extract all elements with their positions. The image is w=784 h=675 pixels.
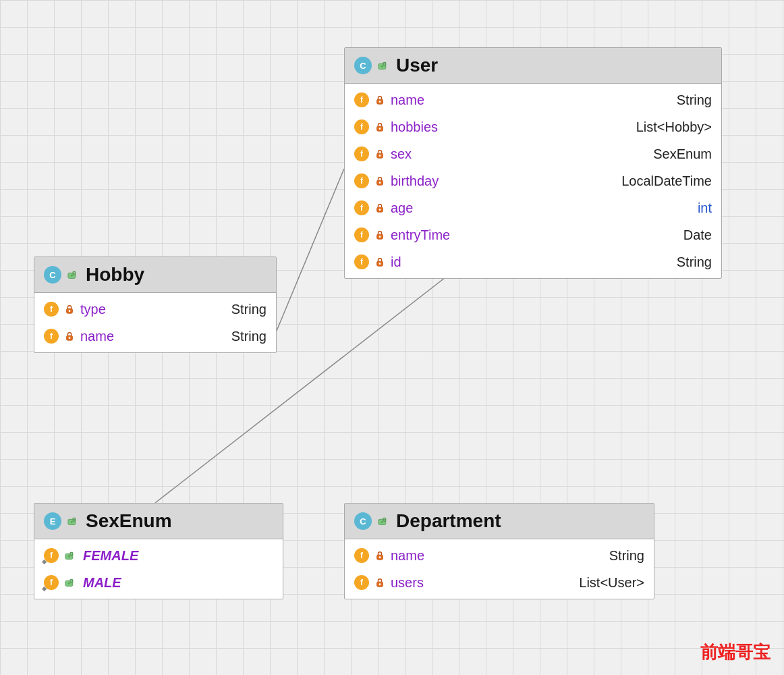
- user-name-field: name: [391, 92, 671, 108]
- svg-point-34: [68, 583, 70, 585]
- user-field-hobbies: f hobbies List<Hobby>: [345, 113, 721, 140]
- svg-point-23: [379, 236, 381, 238]
- hobby-field-type: f type String: [34, 296, 276, 323]
- user-field-sex: f sex SexEnum: [345, 140, 721, 167]
- hobby-key-icon: [67, 268, 80, 281]
- sexenum-rows: f ◆ FEMALE f ◆: [34, 539, 283, 599]
- user-key-icon: [377, 59, 391, 72]
- department-title: Department: [396, 510, 501, 532]
- user-badge: C: [354, 57, 372, 74]
- department-header: C Department: [345, 504, 654, 539]
- department-name-lock: [374, 550, 385, 561]
- department-field-name: f name String: [345, 542, 654, 569]
- user-field-birthday: f birthday LocalDateTime: [345, 167, 721, 194]
- sexenum-female-key: [64, 549, 78, 562]
- svg-point-21: [379, 209, 381, 211]
- department-users-lock: [374, 577, 385, 588]
- user-sex-field: sex: [391, 146, 648, 162]
- user-entrytime-field: entryTime: [391, 227, 678, 243]
- sexenum-female-name: FEMALE: [83, 548, 273, 564]
- svg-point-6: [69, 310, 71, 312]
- user-birthday-type: LocalDateTime: [621, 173, 712, 189]
- department-badge: C: [354, 512, 372, 530]
- department-name-field: name: [391, 548, 604, 564]
- hobby-type-name: type: [80, 302, 226, 317]
- user-header: C User: [345, 48, 721, 84]
- svg-point-19: [379, 182, 381, 184]
- sexenum-male-name: MALE: [83, 575, 273, 591]
- user-id-badge: f: [354, 254, 369, 269]
- sexenum-female-row: f ◆ FEMALE: [34, 542, 283, 569]
- sexenum-male-key: [64, 576, 78, 589]
- department-rows: f name String f: [345, 539, 654, 599]
- hobby-type-type: String: [231, 302, 267, 317]
- svg-point-17: [379, 155, 381, 157]
- sexenum-male-badge: f ◆: [44, 575, 59, 590]
- user-sex-type: SexEnum: [653, 146, 712, 162]
- user-id-lock: [374, 256, 385, 267]
- svg-point-25: [379, 263, 381, 265]
- department-users-field: users: [391, 575, 573, 591]
- user-title: User: [396, 55, 438, 76]
- hobby-title: Hobby: [86, 264, 144, 286]
- user-entrytime-lock: [374, 230, 385, 240]
- user-rows: f name String f: [345, 84, 721, 278]
- user-hobbies-badge: f: [354, 119, 369, 134]
- hobby-name-lock: [64, 331, 75, 342]
- user-field-entrytime: f entryTime Date: [345, 221, 721, 248]
- user-id-type: String: [677, 254, 712, 270]
- hobby-entity: C Hobby f: [34, 256, 277, 353]
- user-name-lock: [374, 94, 385, 105]
- user-sex-lock: [374, 148, 385, 159]
- user-birthday-field: birthday: [391, 173, 616, 189]
- department-name-type: String: [609, 548, 644, 564]
- sexenum-female-badge: f ◆: [44, 548, 59, 563]
- hobby-rows: f type String f: [34, 293, 276, 352]
- user-entrytime-type: Date: [683, 227, 712, 243]
- department-field-users: f users List<User>: [345, 569, 654, 596]
- sexenum-key-icon: [67, 514, 80, 528]
- watermark: 前端哥宝: [700, 641, 771, 664]
- user-name-type: String: [677, 92, 712, 108]
- user-age-badge: f: [354, 200, 369, 215]
- sexenum-male-row: f ◆ MALE: [34, 569, 283, 596]
- department-users-badge: f: [354, 575, 369, 590]
- user-hobbies-type: List<Hobby>: [636, 119, 712, 135]
- hobby-badge: C: [44, 266, 61, 284]
- svg-point-31: [68, 556, 70, 558]
- hobby-type-lock: [64, 304, 75, 315]
- user-age-field: age: [391, 200, 692, 216]
- sexenum-entity: E SexEnum f ◆: [34, 503, 283, 599]
- svg-point-4: [71, 275, 73, 277]
- svg-point-8: [69, 337, 71, 339]
- svg-point-39: [379, 556, 381, 558]
- user-id-field: id: [391, 254, 671, 270]
- svg-point-37: [381, 521, 383, 523]
- user-field-id: f id String: [345, 248, 721, 275]
- user-birthday-lock: [374, 176, 385, 186]
- department-name-badge: f: [354, 548, 369, 563]
- user-age-type: int: [698, 200, 712, 216]
- hobby-field-name: f name String: [34, 323, 276, 350]
- user-age-lock: [374, 202, 385, 213]
- svg-point-13: [379, 101, 381, 103]
- hobby-header: C Hobby: [34, 257, 276, 293]
- diagram-canvas: C Hobby f: [0, 0, 784, 675]
- user-birthday-badge: f: [354, 173, 369, 188]
- hobby-name-badge: f: [44, 329, 59, 344]
- user-entrytime-badge: f: [354, 227, 369, 242]
- svg-point-11: [381, 65, 383, 68]
- hobby-name-name: name: [80, 329, 226, 344]
- user-hobbies-field: hobbies: [391, 119, 631, 135]
- department-key-icon: [377, 514, 391, 528]
- user-hobbies-lock: [374, 122, 385, 132]
- user-name-badge: f: [354, 92, 369, 107]
- svg-point-41: [379, 583, 381, 585]
- user-entity: C User f: [344, 47, 722, 279]
- svg-point-15: [379, 128, 381, 130]
- sexenum-title: SexEnum: [86, 510, 172, 532]
- user-field-age: f age int: [345, 194, 721, 221]
- svg-point-28: [71, 521, 73, 523]
- user-sex-badge: f: [354, 146, 369, 161]
- sexenum-header: E SexEnum: [34, 504, 283, 539]
